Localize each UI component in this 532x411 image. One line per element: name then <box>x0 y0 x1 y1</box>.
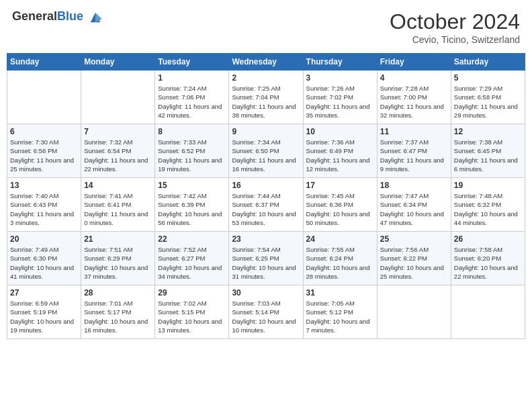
day-info: Sunrise: 7:02 AMSunset: 5:15 PMDaylight:… <box>158 299 226 334</box>
day-info: Sunrise: 7:37 AMSunset: 6:47 PMDaylight:… <box>380 138 448 173</box>
day-number: 20 <box>10 234 78 244</box>
day-info: Sunrise: 7:51 AMSunset: 6:29 PMDaylight:… <box>84 245 152 281</box>
day-info: Sunrise: 7:32 AMSunset: 6:54 PMDaylight:… <box>84 138 152 173</box>
day-info: Sunrise: 7:25 AMSunset: 7:04 PMDaylight:… <box>232 84 300 120</box>
day-number: 14 <box>84 181 152 190</box>
calendar-cell <box>451 285 525 339</box>
logo: GeneralBlue <box>12 9 103 25</box>
calendar-cell: 18Sunrise: 7:47 AMSunset: 6:34 PMDayligh… <box>377 178 451 232</box>
day-info: Sunrise: 7:28 AMSunset: 7:00 PMDaylight:… <box>380 84 448 120</box>
calendar-cell: 17Sunrise: 7:45 AMSunset: 6:36 PMDayligh… <box>303 178 377 232</box>
calendar-cell: 22Sunrise: 7:52 AMSunset: 6:27 PMDayligh… <box>155 232 229 285</box>
day-number: 24 <box>306 234 374 244</box>
day-number: 17 <box>306 181 374 190</box>
calendar-cell: 12Sunrise: 7:38 AMSunset: 6:45 PMDayligh… <box>451 124 525 178</box>
day-info: Sunrise: 7:48 AMSunset: 6:32 PMDaylight:… <box>454 191 522 227</box>
weekday-header-wednesday: Wednesday <box>229 54 303 71</box>
calendar-cell: 7Sunrise: 7:32 AMSunset: 6:54 PMDaylight… <box>81 124 155 178</box>
day-number: 27 <box>10 288 78 298</box>
day-info: Sunrise: 7:05 AMSunset: 5:12 PMDaylight:… <box>306 299 374 334</box>
day-info: Sunrise: 7:56 AMSunset: 6:22 PMDaylight:… <box>380 245 448 281</box>
calendar-cell: 29Sunrise: 7:02 AMSunset: 5:15 PMDayligh… <box>155 285 229 339</box>
calendar-cell: 4Sunrise: 7:28 AMSunset: 7:00 PMDaylight… <box>377 71 451 124</box>
day-info: Sunrise: 7:34 AMSunset: 6:50 PMDaylight:… <box>232 138 300 173</box>
day-number: 25 <box>380 234 448 244</box>
day-number: 1 <box>158 73 226 83</box>
calendar-cell: 2Sunrise: 7:25 AMSunset: 7:04 PMDaylight… <box>229 71 303 124</box>
calendar-cell: 14Sunrise: 7:41 AMSunset: 6:41 PMDayligh… <box>81 178 155 232</box>
calendar-cell: 30Sunrise: 7:03 AMSunset: 5:14 PMDayligh… <box>229 285 303 339</box>
calendar-cell: 13Sunrise: 7:40 AMSunset: 6:43 PMDayligh… <box>7 178 81 232</box>
day-number: 22 <box>158 234 226 244</box>
calendar-cell: 20Sunrise: 7:49 AMSunset: 6:30 PMDayligh… <box>7 232 81 285</box>
day-number: 21 <box>84 234 152 244</box>
day-info: Sunrise: 7:33 AMSunset: 6:52 PMDaylight:… <box>158 138 226 173</box>
day-number: 15 <box>158 181 226 190</box>
day-number: 31 <box>306 288 374 298</box>
day-info: Sunrise: 7:45 AMSunset: 6:36 PMDaylight:… <box>306 191 374 227</box>
calendar-cell: 10Sunrise: 7:36 AMSunset: 6:49 PMDayligh… <box>303 124 377 178</box>
week-row-4: 20Sunrise: 7:49 AMSunset: 6:30 PMDayligh… <box>7 232 525 285</box>
day-number: 7 <box>84 127 152 136</box>
day-info: Sunrise: 7:29 AMSunset: 6:58 PMDaylight:… <box>454 84 522 120</box>
calendar-table: SundayMondayTuesdayWednesdayThursdayFrid… <box>7 53 525 339</box>
day-number: 10 <box>306 127 374 136</box>
day-number: 12 <box>454 127 522 136</box>
week-row-2: 6Sunrise: 7:30 AMSunset: 6:56 PMDaylight… <box>7 124 525 178</box>
day-number: 9 <box>232 127 300 136</box>
day-number: 19 <box>454 181 522 190</box>
weekday-header-friday: Friday <box>377 54 451 71</box>
calendar-cell: 28Sunrise: 7:01 AMSunset: 5:17 PMDayligh… <box>81 285 155 339</box>
day-info: Sunrise: 7:40 AMSunset: 6:43 PMDaylight:… <box>10 191 78 227</box>
day-info: Sunrise: 6:59 AMSunset: 5:19 PMDaylight:… <box>10 299 78 334</box>
day-number: 8 <box>158 127 226 136</box>
day-number: 3 <box>306 73 374 83</box>
title-block: October 2024 Cevio, Ticino, Switzerland <box>390 9 520 45</box>
calendar-cell: 21Sunrise: 7:51 AMSunset: 6:29 PMDayligh… <box>81 232 155 285</box>
weekday-header-thursday: Thursday <box>303 54 377 71</box>
calendar-cell <box>377 285 451 339</box>
weekday-header-sunday: Sunday <box>7 54 81 71</box>
week-row-3: 13Sunrise: 7:40 AMSunset: 6:43 PMDayligh… <box>7 178 525 232</box>
weekday-header-saturday: Saturday <box>451 54 525 71</box>
day-number: 28 <box>84 288 152 298</box>
day-info: Sunrise: 7:26 AMSunset: 7:02 PMDaylight:… <box>306 84 374 120</box>
logo-general: General <box>12 9 57 23</box>
week-row-5: 27Sunrise: 6:59 AMSunset: 5:19 PMDayligh… <box>7 285 525 339</box>
day-info: Sunrise: 7:24 AMSunset: 7:06 PMDaylight:… <box>158 84 226 120</box>
calendar-cell: 25Sunrise: 7:56 AMSunset: 6:22 PMDayligh… <box>377 232 451 285</box>
day-info: Sunrise: 7:54 AMSunset: 6:25 PMDaylight:… <box>232 245 300 281</box>
day-number: 4 <box>380 73 448 83</box>
calendar-cell: 11Sunrise: 7:37 AMSunset: 6:47 PMDayligh… <box>377 124 451 178</box>
day-number: 13 <box>10 181 78 190</box>
day-info: Sunrise: 7:41 AMSunset: 6:41 PMDaylight:… <box>84 191 152 227</box>
day-info: Sunrise: 7:30 AMSunset: 6:56 PMDaylight:… <box>10 138 78 173</box>
calendar-cell: 31Sunrise: 7:05 AMSunset: 5:12 PMDayligh… <box>303 285 377 339</box>
calendar-cell: 24Sunrise: 7:55 AMSunset: 6:24 PMDayligh… <box>303 232 377 285</box>
month-title: October 2024 <box>390 9 520 34</box>
calendar-cell: 23Sunrise: 7:54 AMSunset: 6:25 PMDayligh… <box>229 232 303 285</box>
calendar-cell: 5Sunrise: 7:29 AMSunset: 6:58 PMDaylight… <box>451 71 525 124</box>
day-number: 11 <box>380 127 448 136</box>
day-info: Sunrise: 7:47 AMSunset: 6:34 PMDaylight:… <box>380 191 448 227</box>
calendar-cell: 1Sunrise: 7:24 AMSunset: 7:06 PMDaylight… <box>155 71 229 124</box>
week-row-1: 1Sunrise: 7:24 AMSunset: 7:06 PMDaylight… <box>7 71 525 124</box>
weekday-header-row: SundayMondayTuesdayWednesdayThursdayFrid… <box>7 54 525 71</box>
day-info: Sunrise: 7:03 AMSunset: 5:14 PMDaylight:… <box>232 299 300 334</box>
day-number: 5 <box>454 73 522 83</box>
calendar-cell: 9Sunrise: 7:34 AMSunset: 6:50 PMDaylight… <box>229 124 303 178</box>
day-number: 18 <box>380 181 448 190</box>
day-number: 6 <box>10 127 78 136</box>
day-info: Sunrise: 7:58 AMSunset: 6:20 PMDaylight:… <box>454 245 522 281</box>
calendar-cell: 26Sunrise: 7:58 AMSunset: 6:20 PMDayligh… <box>451 232 525 285</box>
page-header: GeneralBlue October 2024 Cevio, Ticino, … <box>7 7 525 48</box>
calendar-cell: 6Sunrise: 7:30 AMSunset: 6:56 PMDaylight… <box>7 124 81 178</box>
day-info: Sunrise: 7:55 AMSunset: 6:24 PMDaylight:… <box>306 245 374 281</box>
day-info: Sunrise: 7:44 AMSunset: 6:37 PMDaylight:… <box>232 191 300 227</box>
day-number: 23 <box>232 234 300 244</box>
day-info: Sunrise: 7:38 AMSunset: 6:45 PMDaylight:… <box>454 138 522 173</box>
weekday-header-monday: Monday <box>81 54 155 71</box>
calendar-cell: 19Sunrise: 7:48 AMSunset: 6:32 PMDayligh… <box>451 178 525 232</box>
day-number: 29 <box>158 288 226 298</box>
logo-icon <box>88 10 103 25</box>
